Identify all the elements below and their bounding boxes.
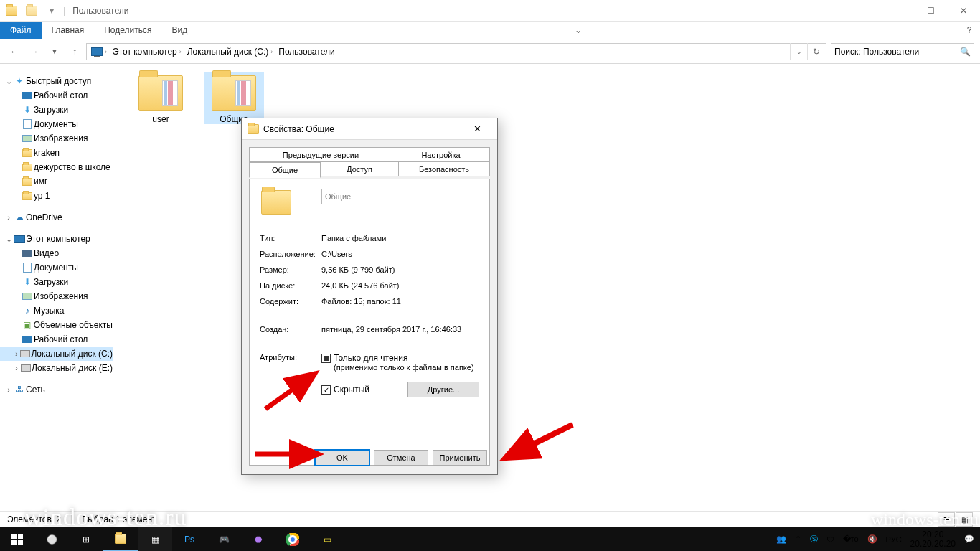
address-bar[interactable]: › Этот компьютер› Локальный диск (C:)› П… [86, 43, 826, 60]
ribbon-help-icon[interactable]: ? [958, 22, 980, 39]
value-created: пятница, 29 сентября 2017 г., 16:46:33 [321, 325, 479, 334]
tab-sharing[interactable]: Доступ [320, 161, 399, 176]
tree-this-pc[interactable]: ⌄Этот компьютер [0, 232, 113, 246]
tree-item[interactable]: имг [0, 174, 113, 189]
svg-rect-0 [11, 534, 17, 539]
cancel-button[interactable]: Отмена [374, 450, 428, 466]
breadcrumb-segment[interactable]: Пользователи [275, 47, 337, 57]
tree-music[interactable]: ♪Музыка [0, 303, 113, 318]
tree-item[interactable]: дежурство в школе [0, 160, 113, 174]
address-root-icon[interactable]: › [88, 47, 110, 56]
start-button[interactable] [0, 527, 34, 551]
refresh-button[interactable]: ↻ [807, 43, 824, 60]
tray-language[interactable]: РУС [886, 535, 902, 544]
qat-dropdown[interactable]: ▾ [43, 3, 60, 19]
label-location: Расположение: [260, 250, 321, 258]
ribbon-expand-icon[interactable]: ⌄ [564, 22, 593, 39]
ribbon-tab-view[interactable]: Вид [161, 22, 197, 39]
other-attributes-button[interactable]: Другие... [407, 382, 479, 397]
address-dropdown-icon[interactable]: ⌄ [790, 43, 807, 60]
ribbon: Файл Главная Поделиться Вид ⌄ ? [0, 22, 980, 39]
recent-dropdown[interactable]: ▼ [46, 43, 63, 60]
folder-icon [248, 124, 259, 134]
chrome-task[interactable] [275, 527, 310, 551]
label-type: Тип: [260, 234, 321, 242]
tree-item[interactable]: ур 1 [0, 189, 113, 203]
tray-clock[interactable]: 20:2020.20.20.20 [910, 530, 956, 549]
gamepad-task[interactable]: 🎮 [207, 527, 241, 551]
folder-item-public[interactable]: Общие [204, 72, 264, 124]
apply-button[interactable]: Применить [433, 450, 487, 466]
dialog-titlebar[interactable]: Свойства: Общие ✕ [242, 118, 497, 140]
tray-network-icon[interactable]: �то [843, 534, 859, 544]
tab-security[interactable]: Безопасность [398, 161, 490, 176]
tree-quick-access[interactable]: ⌄✦Быстрый доступ [0, 74, 113, 88]
tree-network[interactable]: ›🖧Сеть [0, 382, 113, 397]
checkbox-hidden[interactable]: ✓Скрытый [321, 385, 369, 395]
up-button[interactable]: ↑ [66, 43, 83, 60]
tree-drive-e[interactable]: ›Локальный диск (E:) [0, 361, 113, 375]
tree-downloads[interactable]: ⬇Загрузки [0, 103, 113, 117]
tray-people-icon[interactable]: 👥 [776, 534, 786, 544]
tray-notifications-icon[interactable]: 💬 [964, 534, 974, 544]
search-input[interactable]: Поиск: Пользователи 🔍 [831, 43, 974, 60]
qat-item[interactable] [23, 3, 40, 19]
dialog-buttons: OK Отмена Применить [315, 450, 487, 466]
task-view-button[interactable]: ⊞ [69, 527, 103, 551]
tree-item[interactable]: kraken [0, 146, 113, 160]
checkbox-readonly[interactable]: Только для чтения [321, 353, 479, 363]
ribbon-file-tab[interactable]: Файл [0, 22, 42, 39]
tray-skype-icon[interactable]: Ⓢ [810, 534, 818, 545]
tree-videos[interactable]: Видео [0, 246, 113, 260]
back-button[interactable]: ← [6, 43, 23, 60]
maximize-button[interactable]: ☐ [914, 0, 947, 22]
breadcrumb-segment[interactable]: Локальный диск (C:)› [184, 47, 276, 57]
label-created: Создан: [260, 325, 321, 334]
tray-up-icon[interactable]: ⌃ [795, 534, 801, 544]
tree-3d-objects[interactable]: ▣Объемные объекты [0, 318, 113, 332]
quick-access-toolbar: ▾ | [0, 3, 68, 19]
forward-button[interactable]: → [26, 43, 43, 60]
photoshop-task[interactable]: Ps [172, 527, 207, 551]
watermark: windows-ten.ru [871, 510, 979, 529]
folder-name-input[interactable] [321, 189, 479, 204]
search-placeholder: Поиск: Пользователи [834, 47, 919, 57]
tree-documents[interactable]: Документы [0, 117, 113, 131]
divider: | [63, 6, 65, 16]
tree-pictures[interactable]: Изображения [0, 131, 113, 146]
dialog-close-button[interactable]: ✕ [463, 119, 491, 139]
navigation-tree[interactable]: ⌄✦Быстрый доступ Рабочий стол ⬇Загрузки … [0, 64, 113, 504]
search-button[interactable]: ⚪ [34, 527, 69, 551]
tab-previous-versions[interactable]: Предыдущие версии [249, 147, 392, 162]
ribbon-tab-home[interactable]: Главная [42, 22, 95, 39]
separator [260, 225, 479, 225]
value-contains: Файлов: 15; папок: 11 [321, 297, 479, 306]
manager-task[interactable]: ▭ [310, 527, 344, 551]
taskbar[interactable]: ⚪ ⊞ ▦ Ps 🎮 ⬣ ▭ 👥 ⌃ Ⓢ 🛡 �то 🔇 РУС 20:2020… [0, 527, 980, 551]
tree-desktop[interactable]: Рабочий стол [0, 332, 113, 347]
tree-drive-c[interactable]: ›Локальный диск (C:) [0, 347, 113, 361]
tab-customize[interactable]: Настройка [392, 147, 490, 162]
tree-onedrive[interactable]: ›☁OneDrive [0, 210, 113, 225]
folder-item-user[interactable]: user [131, 72, 191, 124]
ribbon-tab-share[interactable]: Поделиться [94, 22, 161, 39]
system-tray[interactable]: 👥 ⌃ Ⓢ 🛡 �то 🔇 РУС 20:2020.20.20.20 💬 [776, 530, 980, 549]
tree-downloads[interactable]: ⬇Загрузки [0, 275, 113, 289]
window-controls: — ☐ ✕ [881, 0, 980, 22]
calculator-task[interactable]: ▦ [138, 527, 172, 551]
label-contains: Содержит: [260, 297, 321, 306]
minimize-button[interactable]: — [881, 0, 914, 22]
tray-volume-icon[interactable]: 🔇 [867, 534, 877, 544]
tree-desktop[interactable]: Рабочий стол [0, 88, 113, 103]
close-button[interactable]: ✕ [947, 0, 980, 22]
folder-icon [3, 3, 20, 19]
tree-pictures[interactable]: Изображения [0, 289, 113, 303]
tray-defender-icon[interactable]: 🛡 [826, 535, 834, 544]
titlebar: ▾ | Пользователи — ☐ ✕ [0, 0, 980, 22]
visualstudio-task[interactable]: ⬣ [241, 527, 275, 551]
tree-documents[interactable]: Документы [0, 260, 113, 275]
ok-button[interactable]: OK [315, 450, 369, 466]
tab-general[interactable]: Общие [249, 162, 321, 178]
breadcrumb-segment[interactable]: Этот компьютер› [110, 47, 184, 57]
explorer-task[interactable] [103, 527, 138, 551]
